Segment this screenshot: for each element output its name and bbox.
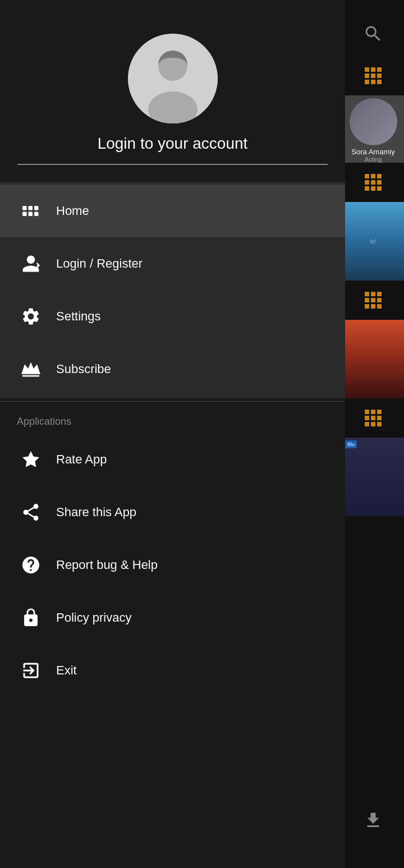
download-icon[interactable] [359, 806, 387, 834]
exit-icon [17, 656, 45, 685]
profile-section[interactable]: Login to your account [0, 0, 345, 182]
star-icon [17, 446, 45, 474]
avatar [350, 98, 397, 145]
anime-thumbnail-3[interactable]: Blu [342, 438, 404, 516]
person-subtitle: Acting [365, 156, 382, 163]
anime-thumbnail-1[interactable]: te! [342, 202, 404, 281]
menu-item-settings[interactable]: Settings [0, 290, 345, 343]
grid-view-button-4[interactable] [342, 398, 404, 438]
svg-rect-3 [22, 206, 27, 210]
navigation-drawer: Login to your account Home [0, 0, 345, 868]
main-menu: Home Login / Register Settings [0, 182, 345, 398]
grid-view-button-3[interactable] [342, 281, 404, 320]
menu-item-home[interactable]: Home [0, 185, 345, 237]
menu-label-settings: Settings [56, 309, 101, 324]
lock-icon [17, 604, 45, 632]
settings-icon [17, 302, 45, 330]
menu-label-login: Login / Register [56, 256, 143, 271]
share-icon [17, 498, 45, 526]
menu-label-policy: Policy privacy [56, 610, 131, 625]
menu-item-exit[interactable]: Exit [0, 644, 345, 697]
avatar [128, 34, 218, 123]
menu-label-home: Home [56, 204, 89, 218]
svg-rect-6 [22, 212, 27, 217]
menu-label-subscribe: Subscribe [56, 362, 111, 376]
menu-item-login[interactable]: Login / Register [0, 237, 345, 290]
menu-label-exit: Exit [56, 663, 77, 678]
blu-ray-badge: Blu [345, 440, 357, 448]
header-divider [17, 164, 328, 165]
anime-thumbnail-2[interactable] [342, 320, 404, 398]
applications-title: Applications [0, 405, 345, 433]
login-prompt: Login to your account [98, 135, 248, 153]
menu-item-rate[interactable]: Rate App [0, 433, 345, 486]
menu-item-policy[interactable]: Policy privacy [0, 591, 345, 644]
svg-rect-5 [34, 206, 39, 210]
person-name: Sora Amamiy [351, 148, 394, 156]
person-card[interactable]: Sora Amamiy Acting [342, 95, 404, 163]
section-divider [0, 401, 345, 402]
svg-rect-8 [34, 212, 39, 217]
help-icon [17, 551, 45, 579]
grid-view-button-2[interactable] [342, 163, 404, 202]
grid-view-button[interactable] [342, 56, 404, 95]
menu-item-share[interactable]: Share this App [0, 486, 345, 539]
menu-item-subscribe[interactable]: Subscribe [0, 343, 345, 396]
menu-label-share: Share this App [56, 505, 136, 520]
svg-rect-7 [29, 212, 33, 217]
svg-rect-4 [29, 206, 33, 210]
menu-label-report: Report bug & Help [56, 558, 158, 572]
right-panel: Sora Amamiy Acting te! [342, 0, 404, 868]
search-button[interactable] [342, 11, 404, 56]
menu-item-report[interactable]: Report bug & Help [0, 539, 345, 591]
person-icon [17, 250, 45, 278]
crown-icon [17, 355, 45, 383]
applications-section: Applications Rate App Share this App [0, 405, 345, 868]
menu-label-rate: Rate App [56, 452, 107, 467]
home-icon [17, 197, 45, 225]
